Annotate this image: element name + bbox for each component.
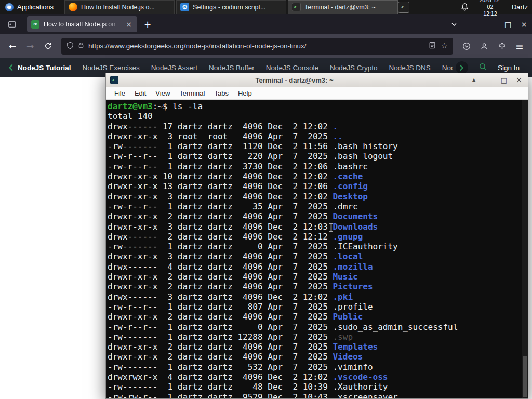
file-name: .ICEauthority [332, 242, 397, 251]
window-close-button[interactable]: × [516, 17, 532, 32]
back-button[interactable]: ← [4, 38, 21, 55]
file-name: .dmrc [332, 202, 357, 211]
site-nav-item-1[interactable]: NodeJS Exercises [77, 64, 145, 72]
terminal-line: -rw------- 1 dartz dartz 1120 Dec 2 11:5… [108, 141, 521, 151]
terminal-title: Terminal - dartz@vm3: ~ [118, 76, 470, 84]
firefox-view-icon[interactable] [5, 18, 19, 31]
terminal-line: -rw-r--r-- 1 dartz dartz 220 Apr 7 2025 … [108, 151, 521, 161]
file-meta: drwxr-xr-x 2 dartz dartz 4096 Apr 7 2025 [108, 211, 332, 221]
file-name: .local [332, 251, 363, 261]
lock-icon[interactable] [78, 42, 84, 50]
taskbar-button-firefox[interactable]: How to Install Node.js o... [64, 0, 175, 14]
file-meta: -rw------- 1 dartz dartz 1120 Dec 2 11:5… [108, 141, 332, 151]
file-meta: -rw-r--r-- 1 dartz dartz 220 Apr 7 2025 [108, 151, 332, 161]
nav-scroll-left-icon[interactable] [8, 64, 14, 71]
terminal-total-line: total 140 [108, 111, 521, 121]
terminal-menu-help[interactable]: Help [233, 89, 257, 97]
file-meta: drwxr-xr-x 2 dartz dartz 4096 Apr 7 2025 [108, 312, 332, 322]
clock-time: 12:12 [476, 10, 504, 17]
sign-in-button[interactable]: Sign In [498, 64, 520, 72]
browser-tab[interactable]: ∞ How to Install Node.js on × [27, 16, 137, 32]
tray-terminal-icon[interactable]: >_ [398, 2, 409, 13]
file-name: Pictures [332, 282, 373, 291]
taskbar-button-terminal[interactable]: >_Terminal - dartz@vm3: ~ [288, 0, 398, 14]
terminal-menubar: FileEditViewTerminalTabsHelp [106, 87, 528, 100]
file-name: .gnupg [332, 232, 363, 242]
tab-favicon-gfg-icon: ∞ [31, 20, 39, 29]
extensions-puzzle-icon[interactable] [494, 38, 510, 55]
tab-close-icon[interactable]: × [125, 20, 133, 29]
file-meta: drwxr-xr-x 3 dartz dartz 4096 Dec 2 12:0… [108, 222, 332, 232]
terminal-line: drwx------ 4 dartz dartz 4096 Apr 7 2025… [108, 262, 521, 272]
url-bar-actions: ☆ [429, 42, 448, 50]
url-bar[interactable]: https://www.geeksforgeeks.org/node-js/in… [61, 38, 453, 55]
bookmark-star-icon[interactable]: ☆ [441, 42, 448, 50]
file-meta: drwx------ 17 dartz dartz 4096 Dec 2 12:… [108, 122, 332, 131]
terminal-menu-edit[interactable]: Edit [130, 89, 151, 97]
taskbar-button-settings[interactable]: ⚙Settings - codium script... [176, 0, 286, 14]
new-tab-button[interactable]: + [140, 17, 155, 32]
app-menu-hamburger-icon[interactable]: ≡ [511, 38, 528, 55]
site-nav-right: Sign In [453, 61, 528, 74]
terminal-maximize-button[interactable]: □ [500, 77, 508, 84]
tracking-shield-icon[interactable] [66, 42, 74, 51]
panel-separator [60, 0, 62, 14]
file-name: .. [332, 131, 342, 141]
pocket-icon[interactable] [458, 38, 475, 55]
reload-button[interactable] [39, 38, 56, 55]
file-name: .bashrc [332, 162, 367, 171]
terminal-line: -rw-r--r-- 1 dartz dartz 3730 Dec 2 12:0… [108, 162, 521, 171]
terminal-line: -rw-r--r-- 1 dartz dartz 35 Apr 7 2025 .… [108, 202, 521, 211]
file-meta: -rw-r--r-- 1 dartz dartz 807 Apr 7 2025 [108, 302, 332, 312]
terminal-line: drwxr-xr-x 3 root root 4096 Apr 7 2025 .… [108, 131, 521, 141]
terminal-titlebar[interactable]: >_ Terminal - dartz@vm3: ~ ▲ – □ × [106, 73, 528, 87]
terminal-shade-button[interactable]: ▲ [470, 78, 477, 82]
terminal-menu-view[interactable]: View [151, 89, 175, 97]
account-icon[interactable] [476, 38, 493, 55]
site-nav-item-5[interactable]: NodeJS Crypto [324, 64, 383, 72]
prompt-user-host: dartz@vm3 [108, 101, 153, 111]
site-nav-item-4[interactable]: NodeJS Console [260, 64, 324, 72]
terminal-output[interactable]: dartz@vm3:~$ ls -la total 140 drwx------… [106, 100, 528, 398]
reader-mode-icon[interactable] [429, 42, 436, 50]
terminal-line: drwxr-xr-x 10 dartz dartz 4096 Dec 2 12:… [108, 171, 521, 181]
terminal-scrollbar[interactable] [522, 100, 528, 398]
file-name: .xscreensaver [332, 392, 397, 398]
terminal-menu-tabs[interactable]: Tabs [209, 89, 233, 97]
terminal-line: -rw-r--r-- 1 dartz dartz 0 Apr 7 2025 .s… [108, 322, 521, 332]
nav-scroll-right-icon[interactable] [456, 61, 468, 74]
forward-button[interactable]: → [22, 38, 38, 55]
site-nav-item-6[interactable]: NodeJS DNS [383, 64, 436, 72]
applications-menu[interactable]: Applications [0, 0, 59, 14]
terminal-line: drwxr-xr-x 2 dartz dartz 4096 Apr 7 2025… [108, 211, 521, 221]
terminal-menu-terminal[interactable]: Terminal [175, 89, 209, 97]
firefox-icon [69, 3, 77, 11]
window-minimize-button[interactable]: – [484, 17, 500, 32]
list-all-tabs-icon[interactable] [446, 17, 462, 32]
terminal-line: drwxr-xr-x 2 dartz dartz 4096 Apr 7 2025… [108, 272, 521, 282]
browser-toolbar: ← → https://www.geeksforgeeks.org/node-j… [0, 34, 532, 58]
notifications-bell-icon[interactable] [461, 3, 469, 11]
terminal-minimize-button[interactable]: – [485, 77, 493, 83]
terminal-line: drwxr-xr-x 2 dartz dartz 4096 Apr 7 2025… [108, 312, 521, 322]
site-nav-item-7[interactable]: Node [436, 64, 453, 72]
terminal-line: drwxr-xr-x 2 dartz dartz 4096 Apr 7 2025… [108, 352, 521, 362]
site-search-icon[interactable] [478, 62, 487, 73]
file-name: Public [332, 312, 363, 322]
panel-clock[interactable]: 2025-12-02 12:12 [476, 0, 504, 17]
file-name: .cache [332, 171, 363, 181]
file-meta: drwxrwxr-x 4 dartz dartz 4096 Dec 2 12:0… [108, 372, 332, 382]
window-maximize-button[interactable]: □ [500, 17, 516, 32]
terminal-menu-file[interactable]: File [110, 89, 130, 97]
site-nav-item-0[interactable]: NodeJS Tutorial [15, 64, 77, 72]
file-meta: -rw------- 1 dartz dartz 0 Apr 7 2025 [108, 242, 332, 251]
terminal-line: -rw------- 1 dartz dartz 532 Apr 7 2025 … [108, 362, 521, 372]
terminal-close-button[interactable]: × [515, 76, 523, 84]
site-nav-item-2[interactable]: NodeJS Assert [145, 64, 203, 72]
terminal-line: drwxr-xr-x 13 dartz dartz 4096 Dec 2 12:… [108, 181, 521, 191]
site-nav-item-3[interactable]: NodeJS Buffer [203, 64, 260, 72]
file-meta: -rw-r--r-- 1 dartz dartz 3730 Dec 2 12:0… [108, 162, 332, 171]
terminal-scrollbar-thumb[interactable] [523, 356, 527, 397]
terminal-window: >_ Terminal - dartz@vm3: ~ ▲ – □ × FileE… [105, 73, 528, 399]
terminal-line: -rw-r--r-- 1 dartz dartz 807 Apr 7 2025 … [108, 302, 521, 312]
